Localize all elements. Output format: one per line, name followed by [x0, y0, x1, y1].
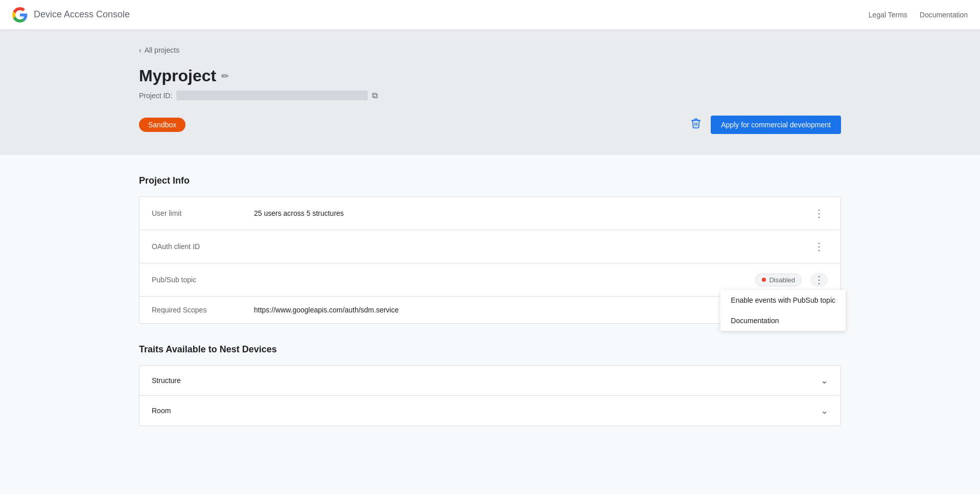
pubsub-topic-label: Pub/Sub topic: [152, 276, 254, 284]
project-id-value: ████████████████████████████████: [176, 91, 368, 100]
google-logo-icon: [12, 7, 28, 23]
hero-section: ‹ All projects Myproject ✏ Project ID: █…: [0, 30, 980, 155]
user-limit-row: User limit 25 users across 5 structures …: [139, 197, 841, 230]
project-title: Myproject: [139, 66, 216, 85]
project-title-row: Myproject ✏: [139, 66, 841, 85]
oauth-client-id-more-button[interactable]: ⋮: [810, 239, 828, 254]
enable-pubsub-item[interactable]: Enable events with PubSub topic: [720, 290, 846, 310]
trash-icon: [690, 118, 702, 129]
back-link[interactable]: ‹ All projects: [139, 46, 841, 54]
project-info-table: User limit 25 users across 5 structures …: [139, 196, 841, 324]
structure-trait-row[interactable]: Structure ⌄: [139, 366, 841, 396]
user-limit-label: User limit: [152, 209, 254, 217]
traits-section-title: Traits Available to Nest Devices: [139, 344, 841, 355]
room-chevron-icon: ⌄: [821, 405, 828, 416]
oauth-client-id-row: OAuth client ID ⋮: [139, 230, 841, 263]
pubsub-dropdown-menu: Enable events with PubSub topic Document…: [720, 290, 846, 331]
copy-id-icon[interactable]: ⧉: [372, 91, 378, 100]
hero-right-actions: Apply for commercial development: [687, 115, 841, 134]
main-content: Project Info User limit 25 users across …: [0, 155, 980, 494]
oauth-client-id-label: OAuth client ID: [152, 242, 254, 251]
hero-actions: Sandbox Apply for commercial development: [139, 115, 841, 134]
documentation-item[interactable]: Documentation: [720, 310, 846, 331]
app-title: Device Access Console: [34, 9, 130, 20]
header-right: Legal Terms Documentation: [869, 11, 968, 19]
disabled-dot-icon: [762, 278, 766, 282]
pubsub-topic-row: Pub/Sub topic Disabled ⋮ Enable events w…: [139, 263, 841, 297]
edit-project-icon[interactable]: ✏: [221, 71, 229, 82]
legal-terms-link[interactable]: Legal Terms: [869, 11, 907, 19]
apply-commercial-button[interactable]: Apply for commercial development: [711, 116, 841, 134]
back-link-label: All projects: [145, 46, 179, 54]
user-limit-value: 25 users across 5 structures: [254, 209, 810, 217]
project-info-section-title: Project Info: [139, 175, 841, 186]
sandbox-badge: Sandbox: [139, 118, 185, 132]
pubsub-disabled-badge: Disabled: [755, 274, 802, 286]
traits-table: Structure ⌄ Room ⌄: [139, 365, 841, 426]
user-limit-more-button[interactable]: ⋮: [810, 206, 828, 220]
pubsub-more-button[interactable]: ⋮: [810, 273, 828, 287]
back-chevron-icon: ‹: [139, 46, 142, 54]
documentation-link[interactable]: Documentation: [920, 11, 968, 19]
room-trait-row[interactable]: Room ⌄: [139, 396, 841, 425]
structure-chevron-icon: ⌄: [821, 375, 828, 386]
structure-trait-label: Structure: [152, 376, 821, 385]
project-id-label: Project ID:: [139, 92, 172, 100]
header-left: Device Access Console: [12, 7, 130, 23]
pubsub-badge-text: Disabled: [769, 276, 795, 284]
delete-project-button[interactable]: [687, 115, 705, 134]
app-header: Device Access Console Legal Terms Docume…: [0, 0, 980, 30]
required-scopes-label: Required Scopes: [152, 306, 254, 314]
room-trait-label: Room: [152, 407, 821, 415]
project-id-row: Project ID: ████████████████████████████…: [139, 91, 841, 100]
